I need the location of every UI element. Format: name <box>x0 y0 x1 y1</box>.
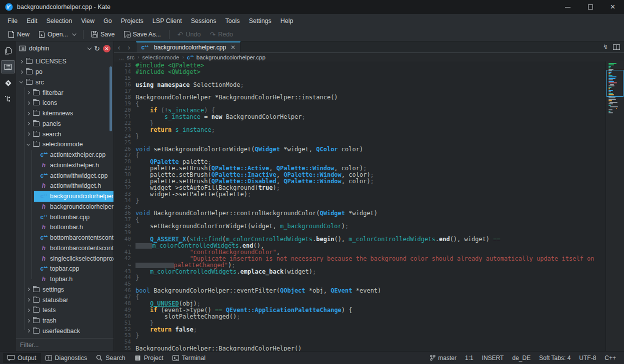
tree-item[interactable]: hactionwithwidget.h <box>16 181 114 191</box>
code-line[interactable]: 14#include <QWidget> <box>114 69 606 75</box>
filter-input[interactable]: Filter... <box>16 338 114 351</box>
open-button[interactable]: Open... <box>34 29 79 39</box>
back-button[interactable]: ‹ <box>114 41 124 52</box>
symbols-panel-button[interactable] <box>2 92 14 105</box>
breadcrumb-src[interactable]: src <box>127 54 134 60</box>
code-line[interactable]: 53} <box>114 333 606 339</box>
tree-chevron-icon[interactable] <box>26 112 30 115</box>
tree-item[interactable]: htopbar.h <box>16 274 114 285</box>
terminal-panel-button[interactable]: Terminal <box>168 353 210 363</box>
tree-item[interactable]: kitemviews <box>16 108 114 119</box>
tab-mode[interactable]: Soft Tabs: 4 <box>539 355 570 362</box>
code-line[interactable]: 36void BackgroundColorHelper::controlBac… <box>114 210 606 217</box>
sidebar-scrollbar[interactable] <box>110 66 112 131</box>
menu-selection[interactable]: Selection <box>42 15 76 26</box>
tree-chevron-icon[interactable] <box>20 80 23 83</box>
quick-actions-icon[interactable]: ↯ <box>603 43 608 50</box>
tree-item[interactable]: icons <box>16 98 114 108</box>
tree-item[interactable]: po <box>16 67 114 77</box>
projects-panel-button[interactable] <box>2 60 14 73</box>
menu-lsp-client[interactable]: LSP Client <box>148 15 186 26</box>
code-line[interactable]: 52 return false; <box>114 327 606 333</box>
close-project-icon[interactable]: ✕ <box>103 45 110 52</box>
menu-help[interactable]: Help <box>276 15 298 26</box>
code-line[interactable]: 18BackgroundColorHelper *BackgroundColor… <box>114 94 606 101</box>
code-line[interactable]: 43 m_colorControlledWidgets.emplace_back… <box>114 269 606 275</box>
syntax-language[interactable]: C++ <box>604 355 616 362</box>
tree-chevron-icon[interactable] <box>26 91 30 94</box>
tree-chevron-icon[interactable] <box>26 288 30 291</box>
tab-backgroundcolorhelper[interactable]: c++ backgroundcolorhelper.cpp ✕ <box>136 41 240 52</box>
menu-settings[interactable]: Settings <box>244 15 276 26</box>
tree-item[interactable]: c++bottombarcontentscont... <box>16 233 114 243</box>
encoding[interactable]: UTF-8 <box>579 355 596 362</box>
tree-chevron-icon[interactable] <box>20 70 23 74</box>
tab-close-icon[interactable]: ✕ <box>230 44 236 51</box>
tree-item[interactable]: settings <box>16 285 114 295</box>
code-line[interactable]: 50 slotPaletteChanged(); <box>114 314 606 320</box>
tree-item[interactable]: src <box>16 77 114 88</box>
tree-item[interactable]: userfeedback <box>16 326 114 337</box>
tree-item[interactable]: trash <box>16 316 114 326</box>
tree-chevron-icon[interactable] <box>26 298 30 302</box>
save-as-button[interactable]: Save As... <box>120 29 165 39</box>
breadcrumb-selectionmode[interactable]: selectionmode <box>142 54 179 60</box>
code-line[interactable]: 23 return s_instance; <box>114 127 606 133</box>
tree-item[interactable]: c++bottombar.cpp <box>16 212 114 222</box>
code-line[interactable]: 16using namespace SelectionMode; <box>114 82 606 88</box>
git-panel-button[interactable] <box>2 76 14 89</box>
tree-item[interactable]: tests <box>16 305 114 316</box>
menu-file[interactable]: File <box>3 15 22 26</box>
input-mode[interactable]: INSERT <box>482 355 504 362</box>
tree-chevron-icon[interactable] <box>26 142 30 146</box>
redo-button[interactable]: ↷ Redo <box>206 29 237 40</box>
menu-sessions[interactable]: Sessions <box>186 15 221 26</box>
menu-tools[interactable]: Tools <box>220 15 244 26</box>
menu-go[interactable]: Go <box>99 15 116 26</box>
dictionary[interactable]: de_DE <box>512 355 530 362</box>
undo-button[interactable]: ↶ Undo <box>174 29 205 40</box>
cursor-position[interactable]: 1:1 <box>465 355 474 362</box>
minimap-viewport[interactable] <box>606 70 624 97</box>
code-line[interactable]: 26void setBackgroundColorForWidget(QWidg… <box>114 146 606 153</box>
tree-item[interactable]: hactiontexthelper.h <box>16 160 114 171</box>
documents-panel-button[interactable] <box>2 44 14 57</box>
tree-item[interactable]: c++actionwithwidget.cpp <box>16 170 114 181</box>
search-panel-button[interactable]: Search <box>92 353 130 363</box>
code-line[interactable]: 24} <box>114 133 606 140</box>
tree-chevron-icon[interactable] <box>26 101 30 105</box>
breadcrumb-file[interactable]: backgroundcolorhelper.cpp <box>196 54 266 60</box>
tree-item[interactable]: hsingleclickselectionproxy... <box>16 253 114 264</box>
code-line[interactable]: 46bool BackgroundColorHelper::eventFilte… <box>114 288 606 294</box>
tree-item[interactable]: c++actiontexthelper.cpp <box>16 150 114 160</box>
save-button[interactable]: Save <box>88 29 119 39</box>
close-button[interactable]: × <box>602 0 624 14</box>
tree-chevron-icon[interactable] <box>26 309 30 312</box>
project-panel-button[interactable]: Project <box>130 353 168 363</box>
code-line[interactable]: 33 widget->setPalette(palette); <box>114 191 606 198</box>
tree-item[interactable]: search <box>16 129 114 139</box>
tree-item[interactable]: hbottombarcontentscont... <box>16 243 114 254</box>
tree-chevron-icon[interactable] <box>26 329 30 333</box>
open-dropdown-chevron-icon[interactable] <box>72 31 76 35</box>
tree-item[interactable]: LICENSES <box>16 56 114 67</box>
diagnostics-panel-button[interactable]: Diagnostics <box>41 353 92 363</box>
code-line[interactable]: 34} <box>114 198 606 204</box>
tree-item[interactable]: c++backgroundcolorhelper.c... <box>16 191 114 202</box>
code-line[interactable]: 55BackgroundColorHelper::BackgroundColor… <box>114 346 606 351</box>
tree-chevron-icon[interactable] <box>26 319 30 323</box>
minimap-scrollbar[interactable] <box>606 61 624 351</box>
tree-item[interactable]: c++topbar.cpp <box>16 264 114 274</box>
split-view-icon[interactable] <box>613 44 620 50</box>
breadcrumb-ellipsis[interactable]: ... <box>119 54 124 60</box>
code-line[interactable]: 38 setBackgroundColorForWidget(widget, m… <box>114 223 606 230</box>
code-line[interactable]: 21 s_instance = new BackgroundColorHelpe… <box>114 114 606 120</box>
forward-button[interactable]: › <box>124 41 134 52</box>
tree-chevron-icon[interactable] <box>26 122 30 125</box>
tree-chevron-icon[interactable] <box>20 60 23 63</box>
new-button[interactable]: New <box>4 29 34 39</box>
maximize-button[interactable] <box>579 0 602 14</box>
tree-item[interactable]: filterbar <box>16 87 114 98</box>
menu-view[interactable]: View <box>76 15 99 26</box>
output-panel-button[interactable]: Output <box>3 353 41 363</box>
